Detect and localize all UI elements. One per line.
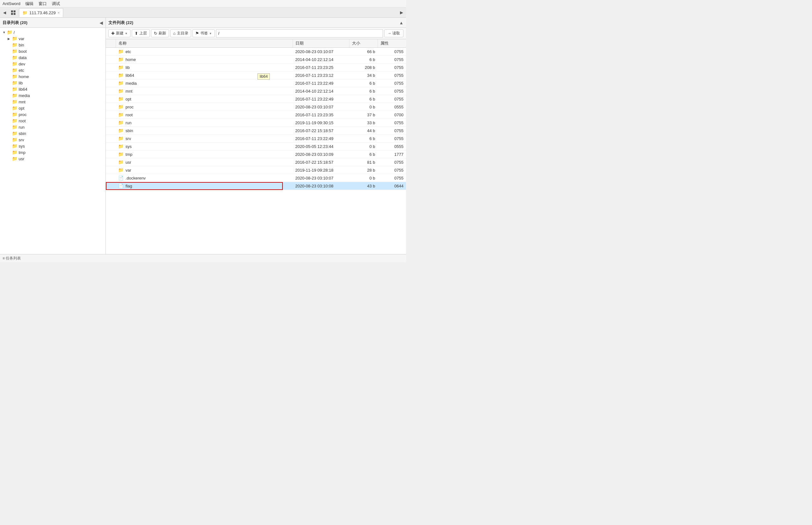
tree-item-home[interactable]: 📁 home [0,73,106,80]
path-input[interactable] [216,29,383,38]
tree-item-media[interactable]: 📁 media [0,92,106,99]
row-checkbox[interactable] [106,87,116,95]
col-header-size[interactable]: 大小 [350,39,378,48]
menu-edit[interactable]: 编辑 [25,1,33,6]
row-name[interactable]: 📁opt [116,95,293,103]
row-name[interactable]: 📁lib64 [116,72,293,79]
tab-main[interactable]: 📁 111.73.46.229 × [19,8,63,17]
row-checkbox[interactable] [106,174,116,182]
row-name[interactable]: 📁media [116,79,293,87]
col-header-date[interactable]: 日期 [293,39,350,48]
row-checkbox[interactable] [106,119,116,127]
row-checkbox[interactable] [106,56,116,63]
table-row[interactable]: 📄.dockerenv2020-08-23 03:10:070 b0755 [106,174,406,182]
tree-item-root[interactable]: 📁 root [0,118,106,124]
row-checkbox[interactable] [106,95,116,103]
tree-item-etc[interactable]: 📁 etc [0,67,106,73]
tree-item-opt[interactable]: 📁 opt [0,105,106,111]
table-row[interactable]: 📁srv2016-07-11 23:22:496 b0755 [106,135,406,142]
table-row[interactable]: 📁var2019-11-19 09:28:1828 b0755 [106,166,406,174]
row-name[interactable]: 📁etc [116,48,293,55]
tree-item-data[interactable]: 📁 data [0,54,106,61]
row-name[interactable]: 📁sbin [116,127,293,134]
tab-right-nav[interactable]: ▶ [398,8,405,17]
row-name[interactable]: 📁srv [116,135,293,142]
table-row[interactable]: 📁proc2020-08-23 03:10:070 b0555 [106,103,406,111]
row-checkbox[interactable] [106,127,116,135]
row-name[interactable]: 📁tmp [116,150,293,158]
row-checkbox[interactable] [106,111,116,119]
row-name[interactable]: 📄flag [116,182,293,190]
table-row[interactable]: 📄flag2020-08-23 03:10:0843 b0644 [106,182,406,190]
file-panel-collapse-btn[interactable]: ▲ [399,20,403,25]
tab-prev-btn[interactable]: ◀ [1,8,7,17]
tab-grid-btn[interactable] [9,8,18,17]
row-checkbox[interactable] [106,150,116,159]
row-name[interactable]: 📁home [116,56,293,63]
row-checkbox[interactable] [106,63,116,72]
row-checkbox[interactable] [106,135,116,142]
tree-item-sys[interactable]: 📁 sys [0,143,106,149]
table-row[interactable]: 📁tmp2020-08-23 03:10:096 b1777 [106,150,406,159]
row-name[interactable]: 📁usr [116,159,293,166]
row-checkbox[interactable] [106,103,116,111]
refresh-btn[interactable]: ↻ 刷新 [151,29,169,37]
row-name[interactable]: 📁sys [116,142,293,150]
sidebar-tree[interactable]: ▼ 📁 / ▶ 📁 var 📁 bin 📁 boot [0,28,106,254]
tree-item-dev[interactable]: 📁 dev [0,61,106,67]
file-table-wrapper[interactable]: 名称 日期 大小 属性 📁etc2020-08-23 03:10:0766 b0… [106,39,406,254]
task-list-label[interactable]: ≡ 任务列表 [2,256,21,261]
table-row[interactable]: 📁opt2016-07-11 23:22:496 b0755 [106,95,406,103]
row-checkbox[interactable] [106,182,116,190]
table-row[interactable]: 📁home2014-04-10 22:12:146 b0755 [106,56,406,63]
sidebar-collapse-btn[interactable]: ◀ [99,20,103,25]
tree-item-boot[interactable]: 📁 boot [0,48,106,54]
row-checkbox[interactable] [106,142,116,150]
read-btn[interactable]: → 读取 [384,29,403,37]
row-name[interactable]: 📁var [116,166,293,174]
up-btn[interactable]: ⬆ 上层 [132,29,150,37]
tree-item-proc[interactable]: 📁 proc [0,111,106,118]
row-checkbox[interactable] [106,159,116,166]
col-header-attr[interactable]: 属性 [378,39,406,48]
menu-antsword[interactable]: AntSword [2,1,20,6]
tree-item-run[interactable]: 📁 run [0,124,106,130]
row-checkbox[interactable] [106,48,116,56]
row-checkbox[interactable] [106,166,116,174]
table-row[interactable]: 📁root2016-07-11 23:23:3537 b0700 [106,111,406,119]
tree-item-srv[interactable]: 📁 srv [0,137,106,143]
tree-item-tmp[interactable]: 📁 tmp [0,149,106,155]
menu-debug[interactable]: 调试 [52,1,60,6]
table-row[interactable]: 📁usr2016-07-22 15:18:5781 b0755 [106,159,406,166]
row-checkbox[interactable] [106,79,116,87]
table-row[interactable]: 📁lib2016-07-11 23:23:25208 b0755 [106,63,406,72]
row-name[interactable]: 📁root [116,111,293,119]
new-btn[interactable]: ✚ 新建 ▼ [108,29,131,37]
row-name[interactable]: 📁run [116,119,293,126]
table-row[interactable]: 📁sbin2016-07-22 15:18:5744 b0755 [106,127,406,135]
tree-item-usr[interactable]: 📁 usr [0,155,106,162]
table-row[interactable]: 📁run2019-11-19 09:30:1533 b0755 [106,119,406,127]
col-header-name[interactable]: 名称 [116,39,293,48]
row-name[interactable]: 📁mnt [116,87,293,95]
row-name[interactable]: 📄.dockerenv [116,174,293,182]
tree-item-sbin[interactable]: 📁 sbin [0,130,106,137]
tree-item-lib64[interactable]: 📁 lib64 [0,86,106,92]
tree-item-root[interactable]: ▼ 📁 / [0,29,106,35]
tree-item-bin[interactable]: 📁 bin [0,42,106,48]
tree-item-lib[interactable]: 📁 lib [0,80,106,86]
tree-item-var[interactable]: ▶ 📁 var [0,35,106,42]
table-row[interactable]: 📁lib642016-07-11 23:23:1234 b0755 [106,72,406,79]
bookmark-btn[interactable]: ⚑ 书签 ▼ [193,29,215,37]
table-row[interactable]: 📁mnt2014-04-10 22:12:146 b0755 [106,87,406,95]
row-name[interactable]: 📁proc [116,103,293,111]
table-row[interactable]: 📁sys2020-05-05 12:23:440 b0555 [106,142,406,150]
table-row[interactable]: 📁etc2020-08-23 03:10:0766 b0755 [106,48,406,56]
tab-close-btn[interactable]: × [58,11,59,15]
row-name[interactable]: 📁lib [116,63,293,71]
table-row[interactable]: 📁media2016-07-11 23:22:496 b0755 [106,79,406,87]
tree-item-mnt[interactable]: 📁 mnt [0,99,106,105]
home-btn[interactable]: ⌂ 主目录 [170,29,191,37]
row-checkbox[interactable] [106,72,116,79]
menu-window[interactable]: 窗口 [39,1,47,6]
